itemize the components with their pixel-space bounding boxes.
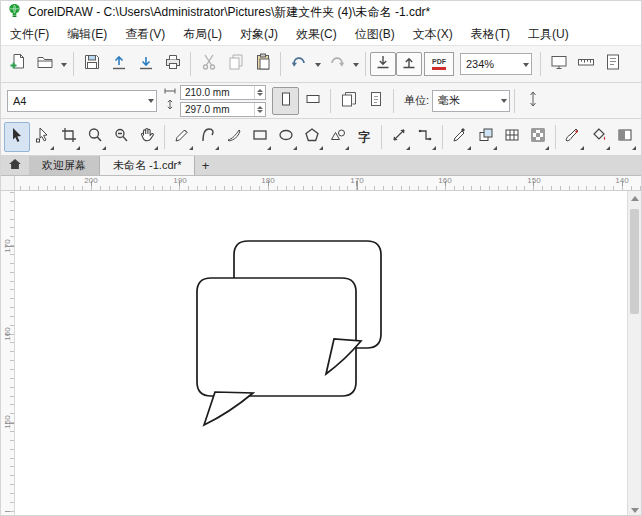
horizontal-ruler[interactable]: 200 190 180 170 160 150 140	[15, 176, 641, 191]
drawing-canvas[interactable]	[15, 191, 627, 516]
page-dimensions-icon	[163, 85, 177, 117]
print-icon	[164, 53, 182, 75]
show-rulers-button[interactable]	[572, 50, 599, 78]
eyedropper-tool[interactable]	[447, 122, 473, 152]
page-height-spinner[interactable]	[254, 103, 265, 116]
portrait-button[interactable]	[272, 87, 299, 115]
menu-text[interactable]: 文本(X)	[404, 23, 462, 46]
crop-tool[interactable]	[56, 122, 82, 152]
cloud-download-button[interactable]	[132, 50, 159, 78]
export-button[interactable]	[396, 52, 422, 76]
chevron-down-icon	[520, 54, 531, 74]
landscape-button[interactable]	[299, 87, 326, 115]
cut-button[interactable]	[195, 50, 222, 78]
menu-effects[interactable]: 效果(C)	[287, 23, 346, 46]
tab-welcome-screen[interactable]: 欢迎屏幕	[29, 156, 100, 175]
cloud-upload-icon	[110, 53, 128, 75]
zoom-level-combobox[interactable]: 234%	[460, 53, 532, 75]
menu-view[interactable]: 查看(V)	[116, 23, 174, 46]
toolbar-separator	[540, 52, 541, 76]
interactive-fill-tool[interactable]	[612, 122, 638, 152]
rectangle-tool[interactable]	[247, 122, 273, 152]
connector-tool[interactable]	[412, 122, 438, 152]
vertical-ruler[interactable]: 170 160 150	[1, 191, 15, 516]
fullscreen-preview-button[interactable]	[545, 50, 572, 78]
publish-pdf-button[interactable]: PDF	[424, 52, 454, 76]
menu-tools[interactable]: 工具(U)	[519, 23, 578, 46]
page-width-spinner[interactable]	[254, 86, 265, 99]
h-ruler-label: 150	[524, 177, 544, 185]
coreldraw-window: CorelDRAW - C:\Users\Administrator\Pictu…	[0, 0, 642, 516]
scroll-down-button[interactable]	[628, 503, 641, 516]
magnifier-minus-icon	[112, 126, 130, 148]
zoom-out-tool[interactable]	[108, 122, 134, 152]
all-pages-button[interactable]	[335, 87, 362, 115]
print-button[interactable]	[159, 50, 186, 78]
artistic-media-tool[interactable]	[221, 122, 247, 152]
mesh-fill-tool[interactable]	[499, 122, 525, 152]
redo-dropdown[interactable]	[350, 46, 361, 82]
menu-file[interactable]: 文件(F)	[1, 23, 58, 46]
home-button[interactable]	[1, 156, 29, 175]
page-size-combobox[interactable]: A4	[7, 90, 157, 112]
current-page-button[interactable]	[362, 87, 389, 115]
portrait-icon	[277, 90, 295, 112]
import-button[interactable]	[370, 52, 396, 76]
pan-tool[interactable]	[134, 122, 160, 152]
page-width-field[interactable]: 210.0 mm	[180, 85, 266, 100]
ellipse-tool[interactable]	[273, 122, 299, 152]
copy-button[interactable]	[222, 50, 249, 78]
new-document-button[interactable]	[4, 50, 31, 78]
toolbar-separator	[365, 52, 366, 76]
nudge-distance-button[interactable]	[519, 87, 546, 115]
pen-nib-icon	[564, 126, 582, 148]
scrollbar-thumb[interactable]	[630, 209, 639, 314]
app-launcher-button[interactable]	[599, 50, 626, 78]
open-button[interactable]	[31, 50, 58, 78]
cloud-upload-button[interactable]	[105, 50, 132, 78]
page-height-field[interactable]: 297.0 mm	[180, 102, 266, 117]
units-label: 单位:	[404, 93, 429, 108]
vertical-scrollbar[interactable]	[627, 191, 641, 516]
units-combobox[interactable]: 毫米	[432, 90, 510, 112]
transparency-tool[interactable]	[525, 122, 551, 152]
freehand-tool[interactable]	[169, 122, 195, 152]
v-ruler-label: 170	[3, 236, 13, 256]
pick-tool[interactable]	[4, 122, 30, 152]
h-ruler-label: 170	[347, 177, 367, 185]
ruler-origin-corner[interactable]	[1, 176, 15, 191]
new-tab-button[interactable]: +	[195, 156, 215, 175]
menu-layout[interactable]: 布局(L)	[174, 23, 231, 46]
checkerboard-icon	[529, 126, 547, 148]
smart-fill-tool[interactable]	[473, 122, 499, 152]
fill-tool[interactable]	[586, 122, 612, 152]
paint-bucket-icon	[590, 126, 608, 148]
save-button[interactable]	[78, 50, 105, 78]
dimension-tool[interactable]	[386, 122, 412, 152]
ellipse-icon	[277, 126, 295, 148]
undo-button[interactable]	[285, 50, 312, 78]
polygon-tool[interactable]	[299, 122, 325, 152]
undo-dropdown[interactable]	[312, 46, 323, 82]
pdf-label: PDF	[432, 58, 446, 66]
menu-object[interactable]: 对象(J)	[231, 23, 287, 46]
standard-toolbar: PDF 234%	[1, 46, 641, 83]
menu-table[interactable]: 表格(T)	[462, 23, 519, 46]
outline-pen-tool[interactable]	[560, 122, 586, 152]
speech-bubble-front[interactable]	[197, 278, 356, 396]
ruler-row: 200 190 180 170 160 150 140	[1, 176, 641, 191]
common-shapes-tool[interactable]	[325, 122, 351, 152]
tab-untitled-document[interactable]: 未命名 -1.cdr*	[100, 156, 195, 175]
paste-button[interactable]	[249, 50, 276, 78]
scroll-up-button[interactable]	[628, 191, 641, 205]
toolbar-separator	[555, 125, 556, 149]
open-dropdown[interactable]	[58, 46, 69, 82]
menu-bitmaps[interactable]: 位图(B)	[346, 23, 404, 46]
text-tool[interactable]: 字	[351, 122, 377, 152]
shape-tool[interactable]	[30, 122, 56, 152]
bspline-tool[interactable]	[195, 122, 221, 152]
zoom-tool[interactable]	[82, 122, 108, 152]
bubble-tail-front[interactable]	[204, 392, 253, 425]
redo-button[interactable]	[323, 50, 350, 78]
menu-edit[interactable]: 编辑(E)	[58, 23, 116, 46]
